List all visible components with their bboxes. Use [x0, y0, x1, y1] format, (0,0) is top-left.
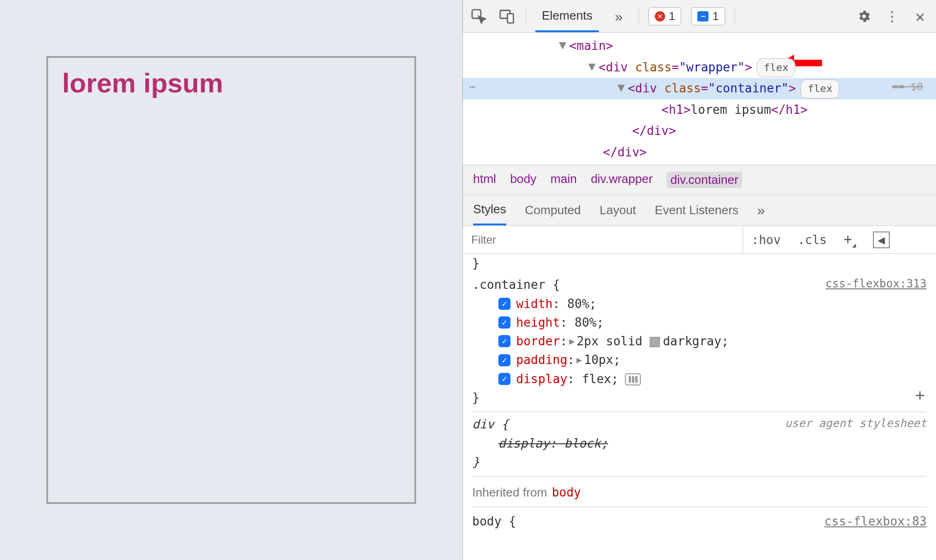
rule-close-brace: } — [472, 453, 927, 471]
rule-source-link[interactable]: css-flexbox:83 — [824, 512, 927, 531]
tabs-overflow-icon[interactable]: » — [757, 195, 765, 225]
expand-shorthand-icon[interactable]: ▶ — [576, 353, 582, 367]
svg-rect-2 — [507, 14, 513, 23]
devtools-toolbar: Elements » 1 1 ⋮ ✕ — [463, 0, 936, 33]
flex-badge[interactable]: flex — [757, 58, 795, 77]
css-rule-container[interactable]: css-flexbox:313 .container { width: 80%;… — [472, 273, 927, 412]
styles-filter-input[interactable] — [463, 226, 743, 253]
css-rule-div-ua[interactable]: user agent stylesheet div { display: blo… — [472, 412, 927, 476]
checkbox-icon[interactable] — [498, 354, 511, 366]
tab-elements[interactable]: Elements — [535, 0, 599, 32]
close-icon[interactable]: ✕ — [911, 7, 929, 26]
inspect-icon[interactable] — [469, 7, 488, 26]
css-declaration-overridden: display: block; — [472, 434, 927, 453]
devtools-pane: Elements » 1 1 ⋮ ✕ ▼<main> ▼<div class="… — [462, 0, 936, 560]
styles-filter-bar: :hov .cls +◢ ◀ — [463, 226, 936, 254]
message-count: 1 — [712, 10, 718, 23]
checkbox-icon[interactable] — [498, 335, 511, 347]
dom-node-main[interactable]: ▼<main> — [463, 35, 936, 57]
checkbox-icon[interactable] — [498, 298, 511, 310]
breadcrumb-item[interactable]: main — [551, 172, 577, 188]
css-declaration[interactable]: padding:▶10px; — [472, 350, 927, 369]
breadcrumb-item[interactable]: div.container — [667, 172, 742, 188]
ellipsis-icon[interactable]: ⋯ — [469, 78, 476, 96]
breadcrumb-item[interactable]: html — [473, 172, 496, 188]
toggle-hover-states[interactable]: :hov — [743, 233, 789, 247]
dom-node-close-container[interactable]: </div> — [463, 120, 936, 142]
device-toggle-icon[interactable] — [497, 7, 516, 26]
container-box: lorem ipsum — [46, 56, 416, 504]
message-badge[interactable]: 1 — [691, 7, 725, 26]
dom-node-close-wrapper[interactable]: </div> — [463, 142, 936, 163]
computed-sidebar-toggle-icon[interactable]: ◀ — [865, 231, 898, 248]
tabs-overflow-icon[interactable]: » — [608, 0, 629, 32]
css-rules-pane[interactable]: } css-flexbox:313 .container { width: 80… — [463, 254, 936, 560]
breadcrumb: html body main div.wrapper div.container — [463, 165, 936, 195]
rule-close-brace: } — [472, 388, 927, 407]
tab-event-listeners[interactable]: Event Listeners — [655, 195, 738, 225]
tab-styles[interactable]: Styles — [473, 195, 506, 225]
rule-source-ua: user agent stylesheet — [785, 415, 927, 432]
gear-icon[interactable] — [855, 7, 873, 26]
breadcrumb-item[interactable]: div.wrapper — [591, 172, 652, 188]
checkbox-icon[interactable] — [498, 373, 511, 385]
css-declaration[interactable]: display: flex; — [472, 370, 927, 388]
styles-tabs: Styles Computed Layout Event Listeners » — [463, 195, 936, 226]
expand-icon[interactable]: ▼ — [588, 56, 598, 77]
checkbox-icon[interactable] — [498, 316, 511, 329]
tab-computed[interactable]: Computed — [525, 195, 581, 225]
kebab-menu-icon[interactable]: ⋮ — [883, 7, 901, 26]
dom-tree[interactable]: ▼<main> ▼<div class="wrapper">flex ⋯ ▼<d… — [463, 33, 936, 165]
rule-selector[interactable]: body { — [472, 512, 516, 531]
page-preview: lorem ipsum — [0, 0, 462, 560]
error-icon — [655, 11, 665, 21]
inherited-from-header: Inherited frombody — [472, 476, 927, 507]
new-style-rule-icon[interactable]: +◢ — [835, 231, 865, 249]
flex-badge[interactable]: flex — [801, 79, 839, 98]
color-swatch-icon[interactable] — [650, 337, 660, 347]
selected-node-marker: == $0 — [892, 78, 923, 96]
dom-node-container[interactable]: ⋯ ▼<div class="container">flex== $0 — [463, 78, 936, 99]
flex-editor-icon[interactable] — [625, 373, 641, 385]
expand-icon[interactable]: ▼ — [617, 77, 628, 98]
toggle-classes[interactable]: .cls — [789, 233, 836, 247]
tab-layout[interactable]: Layout — [600, 195, 636, 225]
css-declaration[interactable]: width: 80%; — [472, 294, 927, 313]
error-badge[interactable]: 1 — [648, 7, 681, 26]
css-declaration[interactable]: border:▶2px solid darkgray; — [472, 332, 927, 350]
preview-heading: lorem ipsum — [62, 67, 400, 98]
expand-icon[interactable]: ▼ — [559, 35, 569, 56]
breadcrumb-item[interactable]: body — [510, 172, 536, 188]
css-declaration[interactable]: height: 80%; — [472, 313, 927, 332]
css-rule-body-peek[interactable]: body { css-flexbox:83 — [472, 507, 927, 531]
dom-node-wrapper[interactable]: ▼<div class="wrapper">flex — [463, 57, 936, 78]
dom-node-h1[interactable]: <h1>lorem ipsum</h1> — [463, 99, 936, 121]
expand-shorthand-icon[interactable]: ▶ — [569, 334, 575, 349]
message-icon — [697, 11, 709, 21]
add-declaration-icon[interactable]: + — [915, 383, 925, 407]
error-count: 1 — [669, 10, 675, 23]
rule-source-link[interactable]: css-flexbox:313 — [825, 275, 927, 293]
